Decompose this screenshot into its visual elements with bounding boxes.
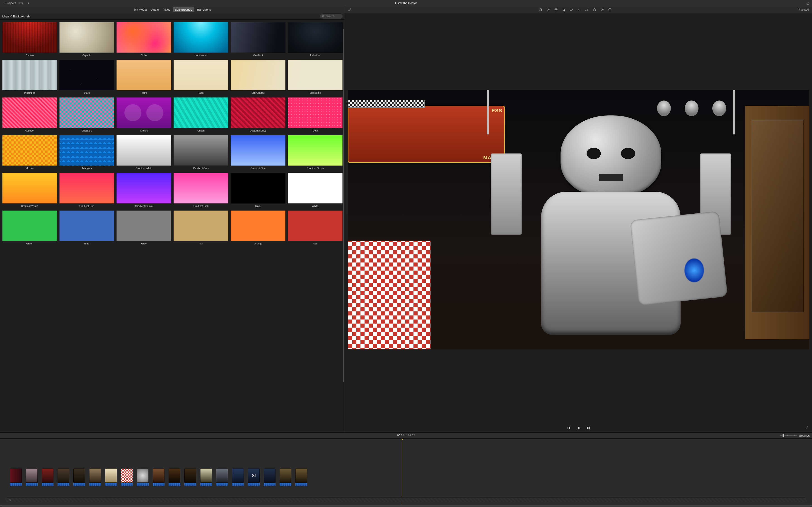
thumb-swatch[interactable] xyxy=(2,60,57,91)
background-thumb[interactable]: Gradient Gray xyxy=(173,135,229,170)
background-thumb[interactable]: Orange xyxy=(231,211,286,245)
timeline-clip[interactable] xyxy=(185,468,196,486)
thumb-swatch[interactable] xyxy=(288,173,343,204)
background-thumb[interactable]: Blue xyxy=(59,211,114,245)
timeline-clip[interactable] xyxy=(105,468,117,486)
background-thumb[interactable]: Abstract xyxy=(2,97,57,132)
thumbnails-scroll[interactable]: CurtainOrganicBlobsUnderwaterGradientInd… xyxy=(0,19,345,432)
background-thumb[interactable]: Gradient Red xyxy=(59,173,114,207)
play-button[interactable] xyxy=(576,426,581,431)
timeline-clip[interactable] xyxy=(121,468,133,486)
background-thumb[interactable]: Gradient Green xyxy=(288,135,343,170)
thumb-swatch[interactable] xyxy=(116,60,171,91)
thumb-swatch[interactable] xyxy=(231,173,286,204)
thumb-swatch[interactable] xyxy=(2,22,57,53)
background-thumb[interactable]: Organic xyxy=(59,22,114,57)
background-thumb[interactable]: White xyxy=(288,173,343,207)
thumb-swatch[interactable] xyxy=(231,97,286,128)
timeline-clip[interactable] xyxy=(42,468,53,486)
zoom-slider[interactable] xyxy=(780,435,797,436)
thumb-swatch[interactable] xyxy=(59,173,114,204)
background-thumb[interactable]: Green xyxy=(2,211,57,245)
reset-all-button[interactable]: Reset All xyxy=(799,8,809,11)
timeline-settings-button[interactable]: Settings xyxy=(799,434,810,437)
background-thumb[interactable]: Retro xyxy=(116,60,171,94)
thumb-swatch[interactable] xyxy=(116,135,171,166)
background-thumb[interactable]: Underwater xyxy=(173,22,229,57)
timeline-clip[interactable] xyxy=(216,468,228,486)
tab-backgrounds[interactable]: Backgrounds xyxy=(173,7,194,12)
share-button[interactable] xyxy=(806,1,810,5)
timeline-clip[interactable] xyxy=(73,468,85,486)
auto-enhance-button[interactable] xyxy=(348,8,352,12)
background-thumb[interactable]: Gradient Yellow xyxy=(2,173,57,207)
thumb-swatch[interactable] xyxy=(116,211,171,241)
prev-frame-button[interactable] xyxy=(566,426,571,431)
timeline-clip[interactable] xyxy=(10,468,22,486)
thumb-swatch[interactable] xyxy=(288,135,343,166)
thumb-swatch[interactable] xyxy=(173,173,229,204)
thumb-swatch[interactable] xyxy=(231,135,286,166)
background-thumb[interactable]: Silk-Orange xyxy=(231,60,286,94)
playhead[interactable] xyxy=(402,439,402,505)
thumb-swatch[interactable] xyxy=(173,60,229,91)
timeline-clip[interactable] xyxy=(89,468,101,486)
timeline-clip[interactable] xyxy=(232,468,244,486)
timeline-clip[interactable] xyxy=(153,468,164,486)
background-thumb[interactable]: Silk-Beige xyxy=(288,60,343,94)
thumb-swatch[interactable] xyxy=(116,173,171,204)
background-thumb[interactable]: Gradient Pink xyxy=(173,173,229,207)
background-thumb[interactable]: Triangles xyxy=(59,135,114,170)
noise-reduction-button[interactable] xyxy=(585,8,589,12)
background-thumb[interactable]: Curtain xyxy=(2,22,57,57)
thumb-swatch[interactable] xyxy=(59,97,114,128)
timeline-clip[interactable] xyxy=(168,468,180,486)
background-thumb[interactable]: Diagonal Lines xyxy=(231,97,286,132)
background-thumb[interactable]: Industrial xyxy=(288,22,343,57)
background-thumb[interactable]: Gradient Purple xyxy=(116,173,171,207)
timeline-clip[interactable] xyxy=(26,468,38,486)
background-thumb[interactable]: Pinstripes xyxy=(2,60,57,94)
background-thumb[interactable]: Blobs xyxy=(116,22,171,57)
background-thumb[interactable]: Checkers xyxy=(59,97,114,132)
next-frame-button[interactable] xyxy=(586,426,591,431)
thumb-swatch[interactable] xyxy=(59,135,114,166)
horizontal-scrollbar[interactable] xyxy=(0,505,812,507)
thumb-swatch[interactable] xyxy=(2,97,57,128)
music-track-empty[interactable]: ♫ xyxy=(7,498,805,502)
background-thumb[interactable]: Gradient xyxy=(231,22,286,57)
transition-icon[interactable] xyxy=(248,468,260,483)
crop-button[interactable] xyxy=(562,8,566,12)
search-input[interactable] xyxy=(326,15,360,18)
tab-my-media[interactable]: My Media xyxy=(132,7,149,12)
info-button[interactable] xyxy=(608,8,612,12)
stabilize-button[interactable] xyxy=(569,8,573,12)
thumb-swatch[interactable] xyxy=(173,22,229,53)
speed-button[interactable] xyxy=(593,8,597,12)
timeline[interactable]: ♫ xyxy=(0,439,812,505)
tab-titles[interactable]: Titles xyxy=(161,7,173,12)
thumb-swatch[interactable] xyxy=(173,97,229,128)
volume-button[interactable] xyxy=(577,8,581,12)
background-thumb[interactable]: Paper xyxy=(173,60,229,94)
thumb-swatch[interactable] xyxy=(231,22,286,53)
fullscreen-button[interactable] xyxy=(805,426,809,430)
timeline-clip[interactable] xyxy=(58,468,69,486)
color-balance-button[interactable] xyxy=(546,8,550,12)
timeline-clip[interactable] xyxy=(280,468,291,486)
timeline-clip[interactable] xyxy=(200,468,212,486)
thumb-swatch[interactable] xyxy=(116,97,171,128)
tab-audio[interactable]: Audio xyxy=(149,7,161,12)
background-thumb[interactable]: Red xyxy=(288,211,343,245)
background-thumb[interactable]: Dots xyxy=(288,97,343,132)
thumb-swatch[interactable] xyxy=(231,211,286,241)
color-correction-button[interactable] xyxy=(554,8,558,12)
thumb-swatch[interactable] xyxy=(59,60,114,91)
thumb-swatch[interactable] xyxy=(288,97,343,128)
thumb-swatch[interactable] xyxy=(59,211,114,241)
thumb-swatch[interactable] xyxy=(116,22,171,53)
background-thumb[interactable]: Cubes xyxy=(173,97,229,132)
timeline-clip[interactable] xyxy=(137,468,149,486)
thumb-swatch[interactable] xyxy=(59,22,114,53)
timeline-clip[interactable] xyxy=(264,468,275,486)
